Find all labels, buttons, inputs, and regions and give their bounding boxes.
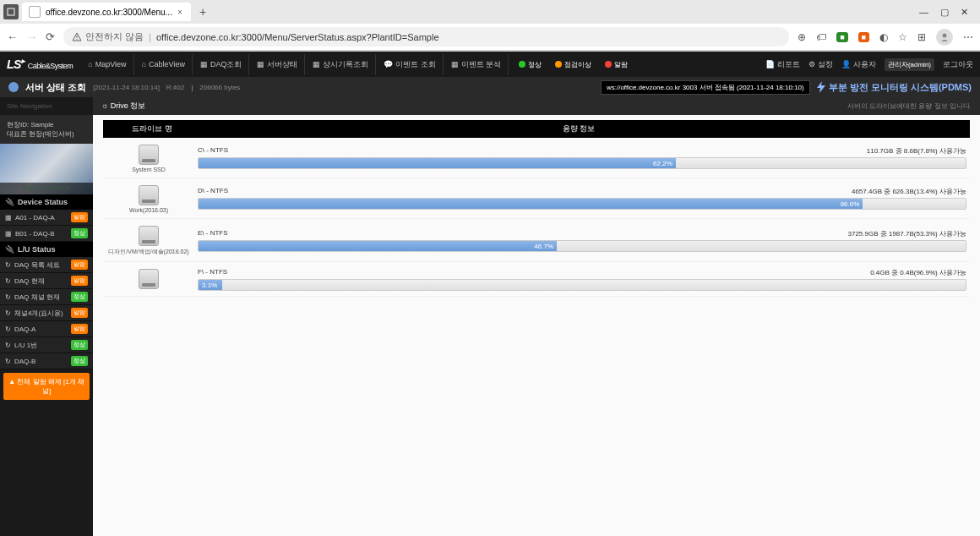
- nav-report[interactable]: 📄리포트: [765, 59, 800, 70]
- lu-item-1[interactable]: ↻DAQ 현재알람: [0, 273, 93, 289]
- progress-bar: 3.1%: [198, 279, 966, 291]
- disk-icon: [139, 226, 159, 246]
- ws-status: ws://office.devzone.co.kr 3003 서버 접속됨 (2…: [601, 80, 810, 95]
- plant-caption: 현장 사진 from DB: [0, 184, 93, 193]
- section-note: 서버의 드라이브에대한 용량 정보 입니다.: [847, 101, 972, 111]
- shopping-icon[interactable]: 🏷: [816, 31, 826, 43]
- logout-link[interactable]: 로그아웃: [943, 59, 973, 70]
- tab-overview-button[interactable]: [3, 4, 19, 19]
- refresh-icon: ↻: [5, 277, 11, 285]
- progress-bar: 86.6%: [198, 198, 966, 210]
- status-badge: 정상: [71, 340, 88, 350]
- system-name: 부분 방전 모니터링 시스템(PDMS): [817, 81, 972, 94]
- close-button[interactable]: ✕: [961, 7, 968, 18]
- security-warning: 안전하지 않음: [72, 30, 144, 43]
- minimize-button[interactable]: —: [919, 7, 928, 18]
- nav-cableview[interactable]: ⌂CableView: [135, 54, 193, 75]
- forward-button: →: [26, 30, 37, 43]
- lu-status-header: 🔌L/U Status: [0, 242, 93, 257]
- drive-icon-cell: Work(2018.03): [106, 183, 191, 213]
- drive-row-d: Work(2018.03) D\ - NTFS4657.4GB 중 626.3B…: [103, 178, 970, 219]
- device-item-a01[interactable]: ▦A01 - DAQ-A 알람: [0, 210, 93, 226]
- nav-record[interactable]: ▦상시기록조회: [306, 54, 376, 75]
- lu-item-3[interactable]: ↻채널4개(표시용)알람: [0, 305, 93, 321]
- nav-daq[interactable]: ▦DAQ조회: [193, 54, 250, 75]
- back-button[interactable]: ←: [7, 30, 18, 43]
- collections-icon[interactable]: ⊞: [917, 31, 926, 43]
- nav-event-view[interactable]: 💬이벤트 조회: [377, 54, 444, 75]
- new-tab-button[interactable]: +: [194, 5, 211, 19]
- drive-icon-cell: System SSD: [106, 143, 191, 172]
- status-badge: 알람: [71, 324, 88, 334]
- status-badge: 알람: [71, 260, 88, 270]
- col-drive-name: 드라이브 명: [110, 123, 194, 134]
- progress-pct: 3.1%: [202, 281, 217, 288]
- section-title: ☼ Drive 정보: [101, 101, 145, 112]
- refresh-icon: ↻: [5, 293, 11, 301]
- refresh-icon: ↻: [5, 309, 11, 317]
- tab-title: office.devzone.co.kr:3000/Menu...: [46, 8, 172, 17]
- progress-pct: 62.2%: [653, 160, 672, 167]
- grid-icon: ▦: [200, 60, 208, 68]
- page-req: R:402: [166, 84, 184, 91]
- drive-name: Work(2018.03): [106, 207, 191, 213]
- page-icon: [29, 6, 41, 18]
- bolt-icon: [817, 81, 825, 93]
- drive-capacity-text: 4657.4GB 중 626.3B(13.4%) 사용가능: [852, 187, 966, 196]
- refresh-button[interactable]: ⟳: [46, 30, 55, 43]
- ext-badge-1[interactable]: ■: [836, 32, 847, 42]
- tab-bar: office.devzone.co.kr:3000/Menu... × + — …: [0, 0, 980, 24]
- refresh-icon: ↻: [5, 325, 11, 333]
- sync-icon[interactable]: ◐: [879, 31, 888, 43]
- gear-icon: ⚙: [808, 60, 815, 68]
- drive-volume: F\ - NTFS: [198, 268, 227, 277]
- nav-items: ⌂MapView ⌂CableView ▦DAQ조회 ▦서버상태 ▦상시기록조회…: [81, 54, 509, 75]
- status-badge: 정상: [71, 292, 88, 302]
- favorite-icon[interactable]: ☆: [898, 31, 907, 43]
- profile-avatar[interactable]: [936, 29, 953, 46]
- status-badge: 알람: [71, 276, 88, 286]
- nav-settings[interactable]: ⚙설정: [808, 59, 833, 70]
- page-bytes: 206066 bytes: [199, 84, 240, 91]
- drive-icon-cell: [106, 267, 191, 291]
- menu-icon[interactable]: ⋯: [963, 31, 973, 43]
- maximize-button[interactable]: ▢: [940, 7, 949, 18]
- url-text: office.devzone.co.kr:3000/Menu/ServerSta…: [156, 32, 439, 42]
- plant-info: 현장ID: Sample 대표존 현장(매인서버): [0, 115, 93, 144]
- logo: LS▸ Cable&System: [7, 57, 73, 71]
- nav-user[interactable]: 👤사용자: [841, 59, 876, 70]
- plug-icon: 🔌: [5, 198, 14, 206]
- tab-close-icon[interactable]: ×: [177, 8, 182, 17]
- drive-volume: D\ - NTFS: [198, 187, 228, 196]
- disk-icon: [139, 145, 159, 165]
- lu-item-6[interactable]: ↻DAQ-B정상: [0, 353, 93, 369]
- drive-info: C\ - NTFS110.7GB 중 8.6B(7.8%) 사용가능 62.2%: [198, 146, 966, 169]
- drive-table: 드라이브 명 용량 정보 System SSD C\ - NTFS110.7GB…: [93, 115, 980, 302]
- lu-item-2[interactable]: ↻DAQ 채널 현재정상: [0, 289, 93, 305]
- browser-tab[interactable]: office.devzone.co.kr:3000/Menu... ×: [22, 3, 191, 21]
- drive-table-header: 드라이브 명 용량 정보: [103, 120, 970, 138]
- nav-event-analysis[interactable]: ▦이벤트 분석: [444, 54, 509, 75]
- device-item-b01[interactable]: ▦B01 - DAQ-B 정상: [0, 226, 93, 242]
- drive-row-e: 디자인/VM/백업/예술(2018.02) E\ - NTFS3725.9GB …: [103, 219, 970, 262]
- lu-item-5[interactable]: ↻L/U 1번정상: [0, 337, 93, 353]
- col-capacity: 용량 정보: [194, 123, 963, 134]
- clear-alarm-button[interactable]: ▲ 전체 알람 해제 [1개 채널]: [3, 373, 90, 400]
- nav-mapview[interactable]: ⌂MapView: [81, 54, 133, 75]
- drive-row-c: System SSD C\ - NTFS110.7GB 중 8.6B(7.8%)…: [103, 138, 970, 178]
- url-field[interactable]: 안전하지 않음 | office.devzone.co.kr:3000/Menu…: [63, 27, 789, 46]
- plant-location: 대표존 현장(매인서버): [7, 129, 86, 139]
- progress-pct: 86.6%: [841, 200, 860, 208]
- lu-item-0[interactable]: ↻DAQ 목록 세트알람: [0, 257, 93, 273]
- address-bar: ← → ⟳ 안전하지 않음 | office.devzone.co.kr:300…: [0, 24, 980, 51]
- progress-bar: 62.2%: [198, 157, 966, 169]
- main-content: ☼ Drive 정보 서버의 드라이브에대한 용량 정보 입니다. 드라이브 명…: [93, 97, 980, 536]
- user-icon: 👤: [841, 60, 851, 68]
- ext-badge-2[interactable]: ■: [858, 32, 869, 42]
- home-icon: ⌂: [88, 60, 92, 68]
- search-icon[interactable]: ⊕: [798, 31, 806, 43]
- nav-server-status[interactable]: ▦서버상태: [250, 54, 305, 75]
- drive-info: F\ - NTFS0.4GB 중 0.4B(96.9%) 사용가능 3.1%: [198, 268, 966, 291]
- lu-item-4[interactable]: ↻DAQ-A알람: [0, 321, 93, 337]
- side-nav-label: Site Navigation: [0, 97, 93, 115]
